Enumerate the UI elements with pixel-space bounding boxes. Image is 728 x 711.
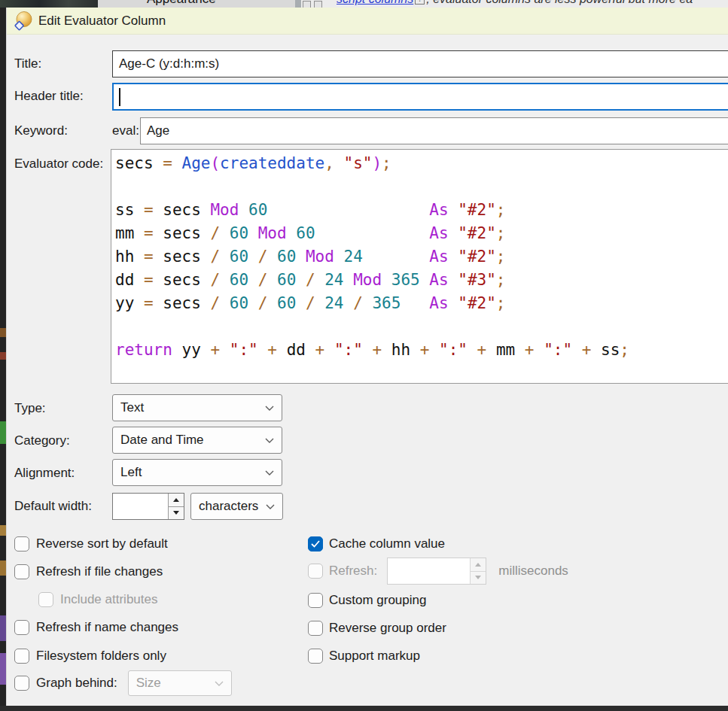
filesystem-folders-checkbox[interactable] — [14, 649, 29, 664]
spin-down-button — [471, 572, 486, 585]
arrow-down-icon — [475, 576, 481, 579]
category-label: Category: — [14, 433, 70, 448]
graph-behind-label: Graph behind: — [36, 676, 117, 691]
title-label: Title: — [14, 56, 41, 71]
reverse-group-row: Reverse group order — [308, 620, 446, 637]
category-dropdown[interactable]: Date and Time — [112, 427, 282, 454]
chevron-down-icon — [266, 504, 275, 509]
background-photo-sliver — [0, 0, 98, 8]
refresh-name-label: Refresh if name changes — [36, 620, 178, 635]
refresh-ms-spinner — [387, 558, 486, 585]
background-note-text: , evaluator columns are less powerful bu… — [426, 0, 693, 5]
evaluator-code-content: secs = Age(createddate, "s"); ss = secs … — [115, 152, 728, 362]
title-input[interactable]: Age-C (y:d:h:m:s) — [112, 50, 728, 77]
default-width-spinner[interactable] — [112, 493, 184, 520]
left-sliver-fragment — [0, 421, 6, 444]
type-dropdown[interactable]: Text — [112, 394, 282, 421]
evaluator-column-icon — [13, 11, 34, 32]
text-caret — [119, 88, 120, 106]
cache-column-row: Cache column value — [308, 536, 445, 552]
background-mini-button — [303, 1, 311, 8]
background-link: script columns — [337, 0, 413, 5]
background-scrollbar-sliver — [295, 0, 301, 8]
graph-behind-value: Size — [136, 676, 161, 691]
refresh-ms-row: Refresh: milliseconds — [308, 558, 568, 585]
alignment-label: Alignment: — [14, 466, 75, 481]
cache-column-checkbox[interactable] — [308, 536, 323, 551]
left-sliver-fragment — [0, 561, 6, 576]
left-sliver-fragment — [0, 328, 6, 337]
width-unit-dropdown[interactable]: characters — [190, 493, 283, 520]
support-markup-row: Support markup — [308, 648, 420, 664]
spin-down-button[interactable] — [169, 507, 184, 520]
refresh-ms-unit: milliseconds — [498, 564, 568, 579]
refresh-name-row: Refresh if name changes — [14, 619, 178, 636]
left-sliver-fragment — [0, 653, 6, 685]
spinner-buttons — [168, 494, 184, 519]
spin-up-button — [471, 558, 486, 572]
keyword-prefix: eval: — [112, 117, 139, 144]
type-value: Text — [120, 400, 144, 415]
graph-behind-dropdown: Size — [128, 670, 232, 696]
filesystem-folders-row: Filesystem folders only — [14, 648, 166, 664]
type-label: Type: — [14, 401, 46, 416]
alignment-dropdown[interactable]: Left — [112, 459, 282, 486]
background-tab-area: Appearance — [98, 0, 295, 8]
refresh-ms-value — [388, 558, 470, 584]
arrow-up-icon — [475, 563, 481, 567]
background-mini-button — [314, 1, 322, 8]
reverse-sort-label: Reverse sort by default — [36, 536, 168, 551]
refresh-ms-checkbox — [308, 564, 323, 579]
dialog-title: Edit Evaluator Column — [38, 14, 166, 29]
reverse-sort-row: Reverse sort by default — [14, 536, 168, 552]
refresh-ms-label: Refresh: — [329, 564, 377, 579]
category-value: Date and Time — [120, 433, 204, 448]
spin-up-button[interactable] — [169, 494, 184, 507]
header-title-input[interactable] — [112, 83, 728, 111]
cache-column-label: Cache column value — [329, 536, 445, 551]
chevron-down-icon — [265, 470, 274, 476]
edit-evaluator-column-dialog: Edit Evaluator Column Title: Age-C (y:d:… — [6, 8, 728, 706]
background-tab-label: Appearance — [147, 0, 216, 7]
title-value: Age-C (y:d:h:m:s) — [119, 56, 219, 71]
header-title-label: Header title: — [14, 89, 84, 104]
default-width-label: Default width: — [14, 499, 92, 514]
custom-grouping-row: Custom grouping — [308, 592, 426, 609]
arrow-down-icon — [173, 511, 179, 515]
screenshot-root: { "window": { "title": "Edit Evaluator C… — [0, 0, 728, 711]
chevron-down-icon — [265, 406, 274, 411]
refresh-file-checkbox[interactable] — [14, 564, 29, 579]
default-width-value[interactable] — [113, 494, 168, 519]
support-markup-checkbox[interactable] — [308, 649, 323, 664]
reverse-group-checkbox[interactable] — [308, 621, 323, 636]
refresh-name-checkbox[interactable] — [14, 620, 29, 635]
reverse-sort-checkbox[interactable] — [14, 536, 29, 551]
keyword-label: Keyword: — [14, 123, 68, 138]
graph-behind-row: Graph behind: Size — [14, 670, 232, 696]
left-sliver-fragment — [0, 352, 6, 360]
reverse-group-label: Reverse group order — [329, 621, 446, 636]
keyword-input[interactable]: Age — [140, 117, 728, 144]
left-sliver-fragment — [0, 615, 6, 641]
help-icon: ? — [415, 0, 425, 5]
support-markup-label: Support markup — [329, 649, 420, 664]
graph-behind-checkbox[interactable] — [14, 676, 29, 691]
filesystem-folders-label: Filesystem folders only — [36, 649, 166, 664]
spinner-buttons — [470, 558, 486, 584]
refresh-file-label: Refresh if file changes — [36, 564, 163, 579]
alignment-value: Left — [120, 465, 142, 480]
refresh-file-row: Refresh if file changes — [14, 564, 163, 580]
left-sliver-fragment — [0, 525, 6, 536]
evaluator-code-label: Evaluator code: — [14, 156, 103, 172]
background-note: script columns?, evaluator columns are l… — [337, 0, 693, 6]
width-unit-value: characters — [199, 499, 258, 514]
dialog-titlebar: Edit Evaluator Column — [7, 8, 728, 35]
custom-grouping-checkbox[interactable] — [308, 593, 323, 608]
include-attributes-label: Include attributes — [60, 592, 157, 607]
evaluator-code-editor[interactable]: secs = Age(createddate, "s"); ss = secs … — [111, 149, 728, 384]
background-window-strip: Appearance script columns?, evaluator co… — [0, 0, 728, 8]
include-attributes-checkbox — [38, 592, 53, 607]
background-left-sliver — [0, 8, 6, 711]
custom-grouping-label: Custom grouping — [329, 593, 426, 608]
background-bottom-sliver — [0, 706, 728, 711]
